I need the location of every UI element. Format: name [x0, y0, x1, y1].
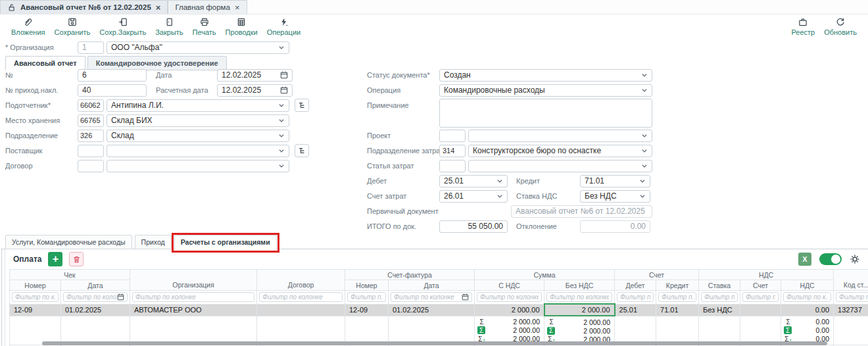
add-row-button[interactable]: + — [48, 252, 62, 266]
column-header-with-vat[interactable]: С НДС — [475, 280, 544, 291]
filter-debit[interactable]: Фильтр п... — [617, 292, 654, 302]
column-header-check-date[interactable]: Дата — [61, 280, 130, 291]
supplier-select[interactable] — [107, 145, 289, 157]
filter-check-number[interactable]: Фильтр по к... — [12, 292, 59, 302]
save-button[interactable]: Сохранить — [50, 16, 95, 37]
calendar-icon[interactable] — [117, 293, 124, 301]
filter-vat-account[interactable]: Фильтр п... — [742, 292, 779, 302]
column-header-vat-account[interactable]: Счет — [740, 280, 781, 291]
filter-with-vat[interactable]: Фильтр по колонке — [477, 292, 542, 302]
table-row[interactable]: 12-09 01.02.2025 АВТОМАСТЕР ООО 12-09 01… — [10, 304, 868, 316]
cost-item-select[interactable] — [468, 160, 652, 172]
window-tab-main-form[interactable]: Главная форма × — [168, 0, 247, 14]
column-header-invoice-date[interactable]: Дата — [389, 280, 475, 291]
filter-invoice-date[interactable]: Фильтр по колонке — [391, 292, 472, 302]
cost-department-code-input[interactable]: 314 — [439, 145, 466, 157]
column-header-code[interactable]: Код ст... — [834, 270, 868, 291]
cell-code[interactable]: 132737 — [834, 304, 868, 316]
note-textarea[interactable] — [439, 99, 652, 128]
cell-rate[interactable]: Без НДС — [699, 304, 740, 316]
debit-select[interactable]: 25.01 — [439, 175, 508, 187]
cost-department-select[interactable]: Конструкторское бюро по оснастке — [468, 145, 652, 157]
column-header-contract[interactable]: Договор — [257, 270, 345, 291]
close-tab-icon[interactable]: × — [156, 3, 161, 12]
filter-rate[interactable]: Фильтр п... — [701, 292, 738, 302]
cell-contract[interactable] — [257, 304, 345, 316]
operations-button[interactable]: Операции — [262, 16, 305, 37]
podotchetnik-code-input[interactable]: 66062 — [78, 99, 104, 112]
filter-without-vat[interactable]: Фильтр по колонке — [546, 292, 612, 302]
tab-services-travel-expenses[interactable]: Услуги, Командировочные расходы — [5, 235, 132, 249]
storage-select[interactable]: Склад БИХ — [107, 114, 289, 127]
postings-button[interactable]: Проводки — [221, 16, 262, 37]
cell-check-date[interactable]: 01.02.2025 — [61, 304, 130, 316]
calendar-icon[interactable] — [462, 293, 469, 301]
organization-code-input[interactable]: 1 — [78, 41, 104, 54]
close-tab-icon[interactable]: × — [235, 3, 240, 12]
cell-invoice-number[interactable]: 12-09 — [345, 304, 389, 316]
supplier-tree-button[interactable] — [295, 144, 309, 157]
storage-code-input[interactable]: 66765 — [78, 114, 104, 127]
cell-debit[interactable]: 25.01 — [615, 304, 656, 316]
no-input[interactable]: 6 — [78, 69, 147, 82]
supplier-code-input[interactable] — [78, 145, 104, 157]
cell-vat[interactable]: 0.00 — [781, 304, 834, 316]
cell-without-vat-selected[interactable]: 2 000.00 — [544, 304, 615, 316]
date-input[interactable]: 12.02.2025 — [217, 69, 293, 82]
cell-check-number[interactable]: 12-09 — [10, 304, 61, 316]
print-button[interactable]: Печать — [188, 16, 221, 37]
column-header-rate[interactable]: Ставка — [699, 280, 740, 291]
project-code-input[interactable] — [439, 130, 466, 142]
credit-select[interactable]: 71.01 — [580, 175, 650, 187]
gear-icon[interactable] — [850, 254, 860, 264]
filter-code[interactable]: Фильтр по... — [836, 292, 868, 302]
contract-select[interactable] — [107, 160, 289, 172]
cell-invoice-date[interactable]: 01.02.2025 — [389, 304, 475, 316]
cost-item-code-input[interactable] — [439, 160, 466, 172]
cell-with-vat[interactable]: 2 000.00 — [475, 304, 544, 316]
excel-export-button[interactable]: X — [798, 253, 811, 266]
contract-code-input[interactable] — [78, 160, 104, 172]
total-input[interactable]: 55 050.00 — [439, 220, 508, 233]
department-select[interactable]: Склад — [107, 130, 289, 142]
save-close-button[interactable]: Сохр.Закрыть — [95, 16, 151, 37]
status-select[interactable]: Создан — [439, 69, 652, 82]
close-button[interactable]: Закрыть — [151, 16, 187, 37]
column-header-organization[interactable]: Организация — [130, 270, 257, 291]
filter-contract[interactable]: Фильтр по колонке — [259, 292, 343, 302]
cell-organization[interactable]: АВТОМАСТЕР ООО — [130, 304, 257, 316]
horizontal-scrollbar[interactable] — [42, 341, 827, 345]
column-header-invoice-number[interactable]: Номер — [345, 280, 389, 291]
cell-vat-account[interactable] — [740, 304, 781, 316]
podotchetnik-tree-button[interactable] — [295, 99, 309, 112]
operation-select[interactable]: Командировочные расходы — [439, 84, 652, 97]
window-tab-advance-report[interactable]: Авансовый отчет №6 от 12.02.2025 × — [0, 0, 168, 14]
podotchetnik-select[interactable]: Антипина Л.И. — [107, 99, 289, 112]
delete-row-button[interactable] — [69, 252, 84, 266]
column-header-debit[interactable]: Дебет — [615, 280, 656, 291]
filter-invoice-number[interactable]: Фильтр п... — [347, 292, 386, 302]
vat-rate-select[interactable]: Без НДС — [580, 190, 650, 203]
tab-prihod[interactable]: Приход — [135, 235, 172, 249]
calendar-icon[interactable] — [280, 86, 288, 94]
registry-button[interactable]: Реестр — [786, 16, 819, 37]
cell-credit[interactable]: 71.01 — [656, 304, 699, 316]
calc-date-input[interactable]: 12.02.2025 — [217, 84, 293, 97]
department-code-input[interactable]: 326 — [78, 130, 104, 142]
filter-organization[interactable]: Фильтр по колонке — [132, 292, 254, 302]
attachments-button[interactable]: Вложения — [7, 16, 50, 37]
project-select[interactable] — [468, 130, 652, 142]
filter-vat[interactable]: Фильтр по к... — [783, 292, 831, 302]
calendar-icon[interactable] — [280, 71, 288, 79]
refresh-button[interactable]: Обновить — [819, 16, 861, 37]
tab-settlements-with-organizations[interactable]: Расчеты с организациями — [174, 235, 277, 249]
prihod-input[interactable]: 40 — [78, 84, 147, 97]
filter-credit[interactable]: Фильтр п... — [658, 292, 696, 302]
column-header-check-number[interactable]: Номер — [10, 280, 61, 291]
view-toggle[interactable] — [819, 253, 842, 265]
filter-check-date[interactable]: Фильтр по коло... — [63, 292, 128, 302]
column-header-without-vat[interactable]: Без НДС — [544, 280, 615, 291]
column-header-credit[interactable]: Кредит — [656, 280, 699, 291]
cost-account-select[interactable]: 26.01 — [439, 190, 508, 203]
column-header-vat[interactable]: НДС — [781, 280, 834, 291]
